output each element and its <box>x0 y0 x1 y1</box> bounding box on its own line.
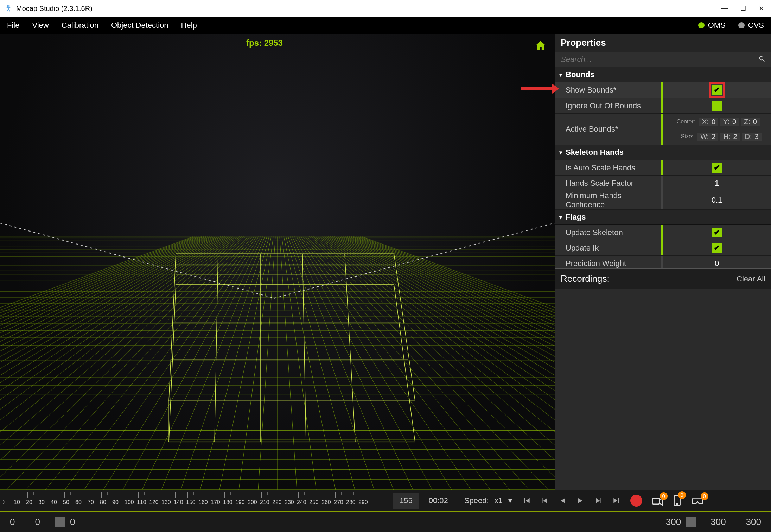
svg-line-49 <box>0 237 210 490</box>
active-bounds-h[interactable]: H:2 <box>720 133 740 141</box>
svg-line-90 <box>297 237 452 490</box>
prop-prediction-weight[interactable]: Prediction Weight 0 <box>555 256 771 268</box>
prop-show-bounds[interactable]: Show Bounds* ✔ <box>555 82 771 98</box>
svg-line-89 <box>294 237 432 490</box>
status-oms: OMS <box>698 21 726 30</box>
recordings-title: Recordings: <box>561 273 610 284</box>
menu-view[interactable]: View <box>32 21 49 30</box>
menu-object-detection[interactable]: Object Detection <box>111 21 168 30</box>
svg-line-132 <box>302 254 306 442</box>
recordings-header: Recordings: Clear All <box>555 268 771 289</box>
svg-line-75 <box>161 237 265 490</box>
menu-file[interactable]: File <box>7 21 19 30</box>
active-bounds-d[interactable]: D:3 <box>742 133 762 141</box>
camera-icon[interactable]: 0 <box>651 496 663 506</box>
svg-line-84 <box>284 237 336 490</box>
svg-line-103 <box>324 237 555 490</box>
svg-line-51 <box>0 237 214 490</box>
slider-handle-right[interactable] <box>686 517 696 527</box>
checkbox-update-ik[interactable]: ✔ <box>712 243 722 253</box>
prop-auto-scale-hands[interactable]: Is Auto Scale Hands ✔ <box>555 160 771 176</box>
section-bounds[interactable]: ▾ Bounds <box>555 67 771 82</box>
vr-icon[interactable]: 0 <box>691 496 704 506</box>
range-start-b[interactable]: 0 <box>25 512 50 532</box>
svg-line-78 <box>219 237 271 490</box>
record-button[interactable] <box>630 495 642 507</box>
svg-line-87 <box>290 237 394 490</box>
prop-update-ik[interactable]: Update Ik ✔ <box>555 240 771 256</box>
properties-title: Properties <box>555 34 771 52</box>
speed-control[interactable]: Speed: x1 ▾ <box>458 496 518 505</box>
svg-line-73 <box>123 237 261 490</box>
minimize-button[interactable]: — <box>721 5 728 12</box>
search-input[interactable] <box>561 55 758 64</box>
range-end-a[interactable]: 300 <box>701 517 736 527</box>
timeline[interactable]: 0102030405060708090100110120130140150160… <box>0 490 771 511</box>
close-button[interactable]: ✕ <box>759 5 764 12</box>
clear-all-button[interactable]: Clear All <box>737 274 765 284</box>
prev-frame-icon[interactable] <box>540 496 549 505</box>
maximize-button[interactable]: ☐ <box>740 5 746 12</box>
prop-hands-scale-factor[interactable]: Hands Scale Factor 1 <box>555 176 771 191</box>
current-frame[interactable]: 155 <box>393 493 419 509</box>
svg-line-98 <box>313 237 555 490</box>
active-bounds-y[interactable]: Y:0 <box>720 118 739 126</box>
phone-icon[interactable]: 0 <box>673 495 682 507</box>
section-skeleton-hands[interactable]: ▾ Skeleton Hands <box>555 145 771 160</box>
svg-line-62 <box>0 237 237 490</box>
svg-line-108 <box>334 237 555 490</box>
active-bounds-w[interactable]: W:2 <box>697 133 718 141</box>
timeline-ruler[interactable]: 0102030405060708090100110120130140150160… <box>3 490 390 511</box>
range-end-b[interactable]: 300 <box>736 517 771 527</box>
svg-line-92 <box>301 237 490 490</box>
go-end-icon[interactable] <box>612 496 621 505</box>
checkbox-update-skeleton[interactable]: ✔ <box>712 228 722 238</box>
titlebar: Mocap Studio (2.3.1.6R) — ☐ ✕ <box>0 0 771 17</box>
svg-line-68 <box>26 237 250 490</box>
section-flags[interactable]: ▾ Flags <box>555 210 771 225</box>
svg-marker-125 <box>169 401 415 442</box>
svg-line-93 <box>303 237 510 490</box>
svg-line-113 <box>345 237 555 490</box>
svg-line-77 <box>200 237 269 490</box>
menu-calibration[interactable]: Calibration <box>62 21 98 30</box>
svg-line-117 <box>353 237 555 490</box>
svg-line-91 <box>299 237 471 490</box>
svg-line-58 <box>0 237 229 490</box>
viewport-3d[interactable]: fps: 2953 <box>0 34 555 490</box>
svg-line-59 <box>0 237 231 490</box>
svg-line-109 <box>337 237 555 490</box>
go-start-icon[interactable] <box>522 496 531 505</box>
search-icon[interactable] <box>758 55 765 64</box>
checkbox-auto-scale[interactable]: ✔ <box>712 163 722 173</box>
svg-line-139 <box>763 59 765 61</box>
svg-line-63 <box>0 237 240 490</box>
window-controls: — ☐ ✕ <box>721 5 767 12</box>
prop-ignore-out-of-bounds[interactable]: Ignore Out Of Bounds <box>555 98 771 114</box>
svg-line-72 <box>103 237 259 490</box>
chevron-down-icon[interactable]: ▾ <box>508 496 512 505</box>
play-back-icon[interactable] <box>559 496 567 505</box>
svg-line-85 <box>286 237 355 490</box>
svg-point-0 <box>8 5 9 7</box>
chevron-down-icon: ▾ <box>559 214 562 221</box>
home-icon[interactable] <box>535 39 547 53</box>
active-bounds-x[interactable]: X:0 <box>699 118 718 126</box>
range-bar[interactable]: 0 0 0 300 300 300 <box>0 511 771 532</box>
checkbox-show-bounds[interactable]: ✔ <box>712 85 722 95</box>
properties-search[interactable] <box>555 52 771 67</box>
active-bounds-z[interactable]: Z:0 <box>741 118 760 126</box>
play-icon[interactable] <box>576 496 585 505</box>
range-start-a[interactable]: 0 <box>0 512 25 532</box>
svg-line-99 <box>316 237 555 490</box>
next-frame-icon[interactable] <box>594 496 603 505</box>
range-slider[interactable]: 0 300 <box>50 512 701 532</box>
slider-handle-left[interactable] <box>55 517 65 527</box>
svg-line-128 <box>169 285 176 442</box>
prop-min-hands-confidence[interactable]: Minimum Hands Confidence 0.1 <box>555 191 771 210</box>
prop-update-skeleton[interactable]: Update Skeleton ✔ <box>555 225 771 240</box>
menu-help[interactable]: Help <box>181 21 197 30</box>
checkbox-ignore-out-of-bounds[interactable] <box>712 101 722 111</box>
svg-line-129 <box>394 285 415 442</box>
prop-label: Active Bounds* <box>555 114 661 145</box>
